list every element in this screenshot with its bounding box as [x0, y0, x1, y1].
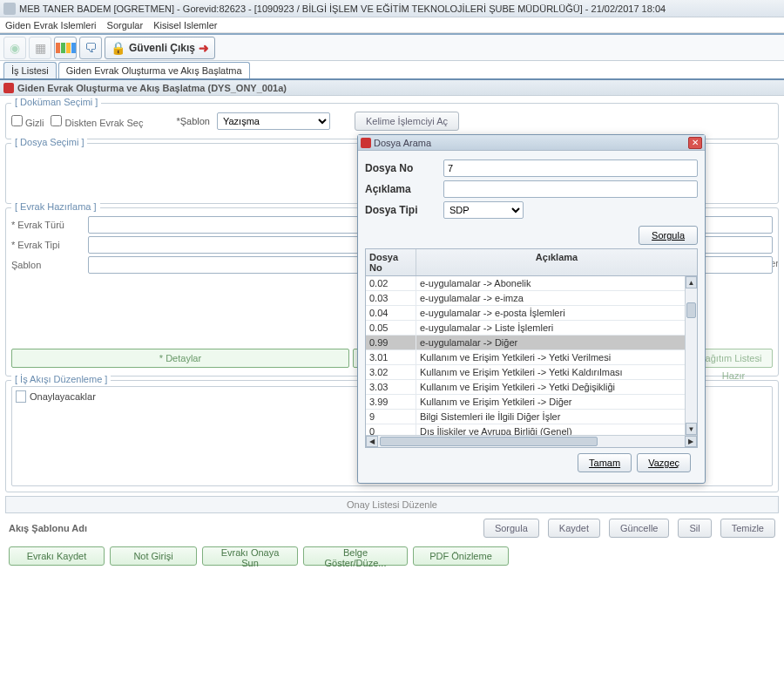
toolbar: ◉ ▦ 🗨 🔒 Güvenli Çıkış ➜ — [0, 33, 784, 61]
guncelle-button[interactable]: Güncelle — [609, 519, 669, 538]
table-row[interactable]: 3.02Kullanım ve Erişim Yetkileri -> Yetk… — [366, 365, 697, 380]
belge-goster-button[interactable]: Belge Göster/Düze... — [303, 546, 408, 566]
evrak-tipi-label: * Evrak Tipi — [11, 240, 81, 250]
scroll-right-icon[interactable]: ▶ — [685, 436, 697, 447]
cell-dosya-no: 0 — [366, 424, 416, 435]
window-title: MEB TANER BADEM [OGRETMEN] - Gorevid:826… — [19, 3, 666, 14]
scroll-up-icon[interactable]: ▲ — [686, 276, 697, 288]
temizle-button[interactable]: Temizle — [720, 519, 775, 538]
cell-aciklama: e-uygulamalar -> e-posta İşlemleri — [416, 306, 697, 320]
cell-dosya-no: 0.05 — [366, 321, 416, 335]
results-grid: Dosya No Açıklama 0.02e-uygulamalar -> A… — [365, 248, 698, 448]
dosya-arama-dialog: Dosya Arama ✕ Dosya No Açıklama Dosya Ti… — [357, 134, 706, 484]
kelime-islemci-button[interactable]: Kelime İşlemciyi Aç — [355, 112, 459, 131]
cell-dosya-no: 3.03 — [366, 380, 416, 394]
tabstrip: İş Listesi Giden Evrak Oluşturma ve Akış… — [0, 61, 784, 80]
dosya-tipi-combo[interactable]: SDP — [443, 201, 524, 219]
diskten-checkbox[interactable]: Diskten Evrak Seç — [51, 115, 143, 128]
cell-aciklama: Kullanım ve Erişim Yetkileri -> Yetki De… — [416, 380, 697, 394]
sil-button[interactable]: Sil — [678, 519, 711, 538]
col-aciklama[interactable]: Açıklama — [416, 249, 697, 275]
scroll-thumb[interactable] — [686, 302, 696, 318]
cell-dosya-no: 0.03 — [366, 291, 416, 305]
dosya-tipi-label: Dosya Tipi — [365, 204, 443, 216]
table-row[interactable]: 9Bilgi Sistemleri ile İlgili Diğer İşler — [366, 410, 697, 424]
cell-dosya-no: 0.99 — [366, 336, 416, 349]
cell-aciklama: e-uygulamalar -> e-imza — [416, 291, 697, 305]
toolbar-windows-icon[interactable] — [54, 37, 77, 59]
table-row[interactable]: 0.04e-uygulamalar -> e-posta İşlemleri — [366, 306, 697, 321]
onaya-sun-button[interactable]: Evrakı Onaya Sun — [202, 546, 298, 566]
cell-aciklama: e-uygulamalar -> Diğer — [416, 336, 697, 349]
cell-dosya-no: 0.02 — [366, 276, 416, 290]
dialog-titlebar[interactable]: Dosya Arama ✕ — [358, 135, 705, 151]
aciklama-input[interactable] — [443, 180, 698, 198]
dosya-no-label: Dosya No — [365, 162, 443, 174]
table-row[interactable]: 3.99Kullanım ve Erişim Yetkileri -> Diğe… — [366, 395, 697, 410]
vazgec-button[interactable]: Vazgeç — [637, 453, 691, 472]
sablon-label: *Şablon — [176, 116, 210, 126]
fieldset-akis-label: [ İş Akışı Düzenleme ] — [11, 374, 111, 384]
menubar: Giden Evrak Islemleri Sorgular Kisisel I… — [0, 17, 784, 33]
kaydet-button[interactable]: Kaydet — [548, 519, 600, 538]
tamam-button[interactable]: Tamam — [578, 453, 632, 472]
pdf-onizleme-button[interactable]: PDF Önizleme — [413, 546, 509, 566]
table-row[interactable]: 0.05e-uygulamalar -> Liste İşlemleri — [366, 321, 697, 336]
cell-aciklama: Kullanım ve Erişim Yetkileri -> Yetki Ka… — [416, 365, 697, 379]
cell-aciklama: e-uygulamalar -> Liste İşlemleri — [416, 321, 697, 335]
logout-button[interactable]: 🔒 Güvenli Çıkış ➜ — [105, 37, 215, 59]
cell-dosya-no: 3.01 — [366, 350, 416, 364]
menu-sorgular[interactable]: Sorgular — [107, 20, 144, 31]
col-dosya-no[interactable]: Dosya No — [366, 249, 416, 275]
table-row[interactable]: 3.01Kullanım ve Erişim Yetkileri -> Yetk… — [366, 350, 697, 365]
fieldset-evrak-label: [ Evrak Hazırlama ] — [11, 201, 100, 212]
vertical-scrollbar[interactable]: ▲ ▼ — [685, 276, 697, 435]
panel-icon — [3, 83, 14, 93]
dagitim-button[interactable]: ağıtım Listesi Hazır — [694, 349, 773, 368]
fieldset-dosya-label: [ Dosya Seçimi ] — [11, 137, 87, 147]
gizli-checkbox[interactable]: Gizli — [11, 115, 44, 128]
scroll-down-icon[interactable]: ▼ — [686, 423, 697, 435]
toolbar-save-icon[interactable]: ▦ — [29, 37, 51, 59]
cell-dosya-no: 9 — [366, 410, 416, 424]
horizontal-scrollbar[interactable]: ◀ ▶ — [366, 435, 697, 447]
table-row[interactable]: 0.02e-uygulamalar -> Abonelik — [366, 276, 697, 291]
sorgula-button[interactable]: Sorgula — [483, 519, 539, 538]
not-girisi-button[interactable]: Not Girişi — [110, 546, 197, 566]
cell-aciklama: Kullanım ve Erişim Yetkileri -> Diğer — [416, 395, 697, 409]
hscroll-thumb[interactable] — [380, 437, 598, 446]
table-row[interactable]: 0Dış İlişkiler ve Avrupa Birliği (Genel) — [366, 424, 697, 435]
logout-label: Güvenli Çıkış — [129, 42, 195, 54]
close-icon[interactable]: ✕ — [688, 137, 702, 149]
dosya-no-input[interactable] — [443, 159, 698, 177]
window-titlebar: MEB TANER BADEM [OGRETMEN] - Gorevid:826… — [0, 0, 784, 17]
table-row[interactable]: 0.99e-uygulamalar -> Diğer — [366, 336, 697, 350]
table-row[interactable]: 3.03Kullanım ve Erişim Yetkileri -> Yetk… — [366, 380, 697, 395]
app-icon — [3, 3, 16, 15]
toolbar-globe-icon[interactable]: ◉ — [3, 37, 26, 59]
tab-giden-evrak[interactable]: Giden Evrak Oluşturma ve Akış Başlatma — [58, 62, 250, 78]
cell-aciklama: Bilgi Sistemleri ile İlgili Diğer İşler — [416, 410, 697, 424]
scroll-left-icon[interactable]: ◀ — [366, 436, 378, 447]
fieldset-dokuman-label: [ Doküman Seçimi ] — [11, 97, 101, 107]
tab-is-listesi[interactable]: İş Listesi — [3, 62, 57, 78]
cell-aciklama: Kullanım ve Erişim Yetkileri -> Yetki Ve… — [416, 350, 697, 364]
cell-aciklama: e-uygulamalar -> Abonelik — [416, 276, 697, 290]
cell-dosya-no: 3.02 — [366, 365, 416, 379]
panel-header: Giden Evrak Oluşturma ve Akış Başlatma (… — [0, 80, 784, 96]
cell-dosya-no: 0.04 — [366, 306, 416, 320]
onay-listesi-duzenle-button[interactable]: Onay Listesi Düzenle — [5, 496, 779, 513]
dialog-sorgula-button[interactable]: Sorgula — [639, 226, 698, 245]
table-row[interactable]: 0.03e-uygulamalar -> e-imza — [366, 291, 697, 306]
aciklama-label: Açıklama — [365, 183, 443, 195]
menu-kisisel[interactable]: Kisisel Islemler — [153, 20, 217, 31]
grid-header: Dosya No Açıklama — [366, 249, 697, 276]
detaylar-button[interactable]: * Detaylar — [11, 349, 349, 368]
toolbar-refresh-icon[interactable]: 🗨 — [79, 37, 102, 59]
dialog-title: Dosya Arama — [374, 138, 431, 148]
evraki-kaydet-button[interactable]: Evrakı Kaydet — [9, 546, 105, 566]
dialog-icon — [361, 138, 371, 148]
sablon-combo[interactable]: Yazışma — [217, 112, 330, 130]
lock-icon: 🔒 — [111, 41, 125, 55]
menu-giden-evrak[interactable]: Giden Evrak Islemleri — [5, 20, 97, 31]
